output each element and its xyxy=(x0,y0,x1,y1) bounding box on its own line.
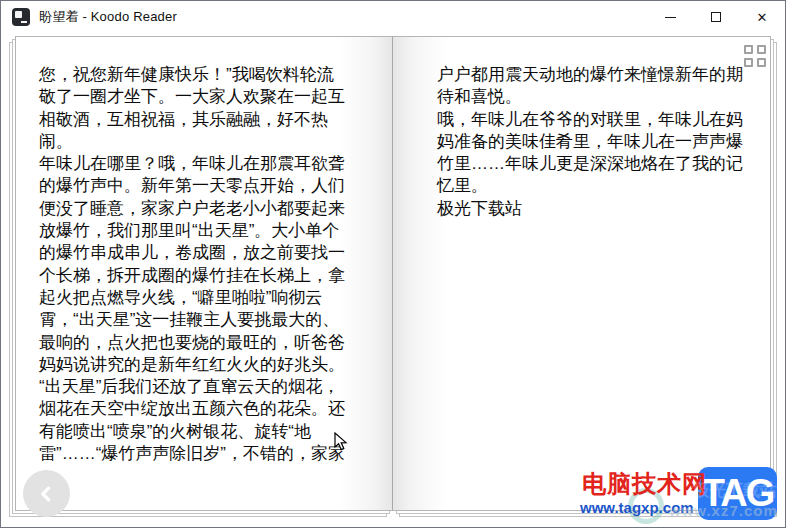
watermark-site-name: 电脑技术网 xyxy=(582,468,707,500)
text-line: 最响的，点火把也要烧的最旺的，听爸爸 xyxy=(39,332,345,354)
text-line: 哦，年味儿在爷爷的对联里，年味儿在妈 xyxy=(437,109,743,131)
book-spread: 您，祝您新年健康快乐！”我喝饮料轮流 敬了一圈才坐下。一大家人欢聚在一起互 相敬… xyxy=(15,36,771,511)
text-line: 的爆竹声中。新年第一天零点开始，人们 xyxy=(39,175,345,197)
text-line: 户户都用震天动地的爆竹来憧憬新年的期 xyxy=(437,64,743,86)
text-line: 竹里……年味儿更是深深地烙在了我的记 xyxy=(437,153,743,175)
text-line: 妈妈说讲究的是新年红红火火的好兆头。 xyxy=(39,354,345,376)
maximize-icon xyxy=(711,12,721,22)
text-line: 您，祝您新年健康快乐！”我喝饮料轮流 xyxy=(39,64,345,86)
text-line: 敬了一圈才坐下。一大家人欢聚在一起互 xyxy=(39,86,345,108)
faint-watermark-url: www.xz7.com xyxy=(669,502,778,519)
text-line: 烟花在天空中绽放出五颜六色的花朵。还 xyxy=(39,398,345,420)
text-line: 放爆竹，我们那里叫“出天星”。大小单个 xyxy=(39,220,345,242)
right-page[interactable]: 户户都用震天动地的爆竹来憧憬新年的期 待和喜悦。 哦，年味儿在爷爷的对联里，年味… xyxy=(393,36,771,511)
maximize-button[interactable] xyxy=(693,1,739,33)
watermark: TAG 极光下载站 www.xz7.com 电脑技术网 www.tagxp.co… xyxy=(579,463,781,523)
text-line: 雷”……“爆竹声声除旧岁”，不错的，家家 xyxy=(39,443,345,465)
koodo-logo-icon xyxy=(12,8,30,26)
app-window: 盼望着 - Koodo Reader ✕ 您，祝您新年健康快乐！”我喝饮料轮流 … xyxy=(0,0,786,528)
text-line: 忆里。 xyxy=(437,175,743,197)
window-title: 盼望着 - Koodo Reader xyxy=(39,8,177,26)
chevron-left-icon xyxy=(37,484,57,504)
close-button[interactable]: ✕ xyxy=(739,1,785,33)
text-line: 妈准备的美味佳肴里，年味儿在一声声爆 xyxy=(437,131,743,153)
left-page-text: 您，祝您新年健康快乐！”我喝饮料轮流 敬了一圈才坐下。一大家人欢聚在一起互 相敬… xyxy=(39,64,345,465)
right-page-text: 户户都用震天动地的爆竹来憧憬新年的期 待和喜悦。 哦，年味儿在爷爷的对联里，年味… xyxy=(437,64,743,220)
close-icon: ✕ xyxy=(757,11,768,24)
minimize-button[interactable] xyxy=(647,1,693,33)
minimize-icon xyxy=(665,17,676,18)
grid-menu-icon[interactable] xyxy=(744,45,766,67)
text-line: 霄，“出天星”这一挂鞭主人要挑最大的、 xyxy=(39,309,345,331)
text-line: 待和喜悦。 xyxy=(437,86,743,108)
text-line: 的爆竹串成串儿，卷成圈，放之前要找一 xyxy=(39,242,345,264)
title-bar[interactable]: 盼望着 - Koodo Reader ✕ xyxy=(1,1,785,33)
text-line: 有能喷出“喷泉”的火树银花、旋转“地 xyxy=(39,421,345,443)
prev-page-button[interactable] xyxy=(23,470,70,517)
text-line: 起火把点燃导火线，“噼里啪啦”响彻云 xyxy=(39,287,345,309)
text-line: 年味儿在哪里？哦，年味儿在那震耳欲聋 xyxy=(39,153,345,175)
text-line: “出天星”后我们还放了直窜云天的烟花， xyxy=(39,376,345,398)
text-line: 个长梯，拆开成圈的爆竹挂在长梯上，拿 xyxy=(39,265,345,287)
text-line: 极光下载站 xyxy=(437,198,743,220)
faint-watermark-text: 极光下载站 xyxy=(692,479,777,502)
window-controls: ✕ xyxy=(647,1,785,33)
text-line: 便没了睡意，家家户户老老小小都要起来 xyxy=(39,198,345,220)
mouse-cursor xyxy=(334,432,350,452)
text-line: 相敬酒，互相祝福，其乐融融，好不热 xyxy=(39,109,345,131)
text-line: 闹。 xyxy=(39,131,345,153)
